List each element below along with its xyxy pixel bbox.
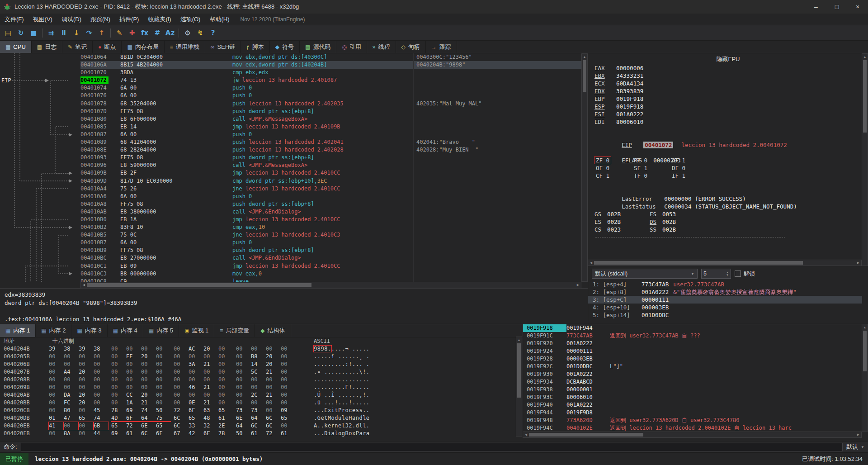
command-profile-dropdown[interactable]: 默认 ▼ <box>846 443 864 451</box>
step-over-icon[interactable]: ↷ <box>83 27 95 39</box>
disasm-row[interactable]: 0040108968 41204000push leccion 13 hardc… <box>80 138 588 146</box>
pause-icon[interactable]: Ⅱ <box>57 27 70 39</box>
tab-符号[interactable]: ◆符号 <box>270 41 300 53</box>
scroll-up-icon[interactable]: ▲ <box>862 324 868 330</box>
menu-item-收藏夹(I)[interactable]: 收藏夹(I) <box>143 15 175 24</box>
dump-tab-内存 3[interactable]: ▦内存 3 <box>71 324 107 337</box>
scroll-right-icon[interactable]: ▶ <box>855 432 861 437</box>
dump-tab-监视 1[interactable]: ◉监视 1 <box>179 324 214 337</box>
disasm-row[interactable]: 004010766A 00push 0 <box>80 92 588 100</box>
dump-tab-内存 5[interactable]: ▦内存 5 <box>143 324 179 337</box>
disasm-row[interactable]: 004010B575 0Cjne leccion 13 hardcoded 2.… <box>80 231 588 239</box>
arg-row[interactable]: 1: [esp+4]773C47ABuser32.773C47AB <box>588 280 862 288</box>
edit-icon[interactable]: ✎ <box>113 27 126 39</box>
scroll-left-icon[interactable]: ◀ <box>523 432 529 437</box>
scroll-track[interactable] <box>87 282 575 288</box>
dump-tab-局部变量[interactable]: ≡局部变量 <box>214 324 255 337</box>
dump-row[interactable]: 0040208B00000000000000000000000000000000… <box>0 376 523 384</box>
scroll-thumb[interactable] <box>517 343 521 398</box>
disasm-row[interactable]: 004010703BDAcmp ebx,edx <box>80 69 588 76</box>
tab-SEH链[interactable]: ∞SEH链 <box>205 41 241 53</box>
scroll-left-icon[interactable]: ◀ <box>588 260 594 266</box>
dump-row[interactable]: 004020AB00DA200000CC200000000000002C2100… <box>0 391 523 399</box>
disasm-row[interactable]: 004010BCE8 27000000call <JMP.&EndDialog> <box>80 254 588 262</box>
disasm-row[interactable]: 0040108E68 28204000push leccion 13 hardc… <box>80 146 588 154</box>
scroll-thumb[interactable] <box>863 60 867 133</box>
disasm-row[interactable]: 004010C1EB 09jmp leccion 13 hardcoded 2.… <box>80 262 588 270</box>
open-file-icon[interactable]: ▤ <box>2 27 14 39</box>
arg-row[interactable]: 4: [esp+10]000003EB <box>588 304 862 311</box>
scroll-right-icon[interactable]: ▶ <box>855 260 861 266</box>
stack-row[interactable]: 0019F93C80006010 <box>523 394 862 401</box>
stop-icon[interactable]: ■ <box>27 27 40 39</box>
arg-row[interactable]: 2: [esp+8]001A0222&"雀翦奠慕奢翕畲奥婪奥授宣萑窊奬裔豢奥樊韡… <box>588 288 862 296</box>
hash-icon[interactable]: # <box>151 27 164 39</box>
menu-item-插件(P)[interactable]: 插件(P) <box>115 15 143 24</box>
menu-item-帮助(H)[interactable]: 帮助(H) <box>205 15 234 24</box>
scroll-track[interactable] <box>529 432 855 437</box>
segment-SS[interactable]: SS002B <box>650 226 705 233</box>
stack-pane[interactable]: 0019F9180019F9440019F91C773C47AB返回到 user… <box>523 324 862 432</box>
disasm-row[interactable]: 004010A8FF75 08push dword ptr ss:[ebp+8] <box>80 200 588 208</box>
scroll-right-icon[interactable]: ▶ <box>575 282 581 288</box>
register-row[interactable]: EBX34333231 <box>594 72 868 80</box>
dump-row[interactable]: 0040206B0000000000000000003A210000142000… <box>0 361 523 368</box>
flag-ZF[interactable]: ZF 0 <box>594 157 632 164</box>
disasm-row[interactable]: 0040107DFF75 08push dword ptr ss:[ebp+8] <box>80 108 588 115</box>
step-into-icon[interactable]: ↓ <box>70 27 83 39</box>
disasm-horizontal-scrollbar[interactable]: ◀ ▶ <box>80 282 581 288</box>
register-row[interactable]: ECX60DA4134 <box>594 80 868 87</box>
dump-vertical-scrollbar[interactable]: ▲ <box>516 337 522 437</box>
disasm-row[interactable]: 004010746A 00push 0 <box>80 84 588 92</box>
dump-row[interactable]: 004020EB4100006B65726E656C33322E646C6C00… <box>0 422 523 430</box>
command-input[interactable] <box>21 443 843 451</box>
scroll-thumb[interactable] <box>529 433 643 437</box>
dump-tab-内存 1[interactable]: ▦内存 1 <box>0 324 36 337</box>
spinner-arrows-icon[interactable]: ▲▼ <box>726 271 729 276</box>
run-icon[interactable]: ⇉ <box>45 27 57 39</box>
hide-fpu-button[interactable]: 隐藏FPU <box>588 54 868 64</box>
flag-AF[interactable]: AF 1 <box>670 157 708 164</box>
stack-row[interactable]: 0019F9440019F9D8 <box>523 409 862 417</box>
unlock-checkbox[interactable] <box>735 270 741 277</box>
lightning-icon[interactable]: ↯ <box>194 27 207 39</box>
unlock-checkbox-group[interactable]: 解锁 <box>735 270 755 278</box>
tab-脚本[interactable]: ƒ脚本 <box>241 41 270 53</box>
arg-row[interactable]: 3: [esp+C]00000111 <box>588 296 862 304</box>
segment-FS[interactable]: FS0053 <box>650 210 705 218</box>
tab-线程[interactable]: »线程 <box>367 41 396 53</box>
dump-row[interactable]: 004020DB014765744D6F64756C6548616E646C65… <box>0 414 523 422</box>
disasm-row[interactable]: 004010B9FF75 08push dword ptr ss:[ebp+8] <box>80 247 588 254</box>
segment-DS[interactable]: DS002B <box>650 218 705 226</box>
tab-内存布局[interactable]: ▦内存布局 <box>122 41 164 53</box>
dump-row[interactable]: 004020CB0080004578697450726F636573730009… <box>0 407 523 414</box>
eip-row[interactable]: EIP00401072leccion 13 hardcoded 2.004010… <box>594 133 868 141</box>
stack-row[interactable]: 0019F920001A0222 <box>523 340 862 347</box>
disasm-row[interactable]: 004010ABE8 38000000call <JMP.&EndDialog> <box>80 208 588 216</box>
flag-TF[interactable]: TF 0 <box>632 172 670 180</box>
stack-row[interactable]: 0019F930001A0222 <box>523 370 862 378</box>
maximize-button[interactable]: □ <box>826 0 847 14</box>
register-row[interactable]: EDI80006010 <box>594 118 868 126</box>
stack-row[interactable]: 0019F91C773C47AB返回到 user32.773C47AB 自 ??… <box>523 332 862 340</box>
stack-row[interactable]: 0019F9180019F944 <box>523 324 862 332</box>
tab-日志[interactable]: ▤日志 <box>32 41 62 53</box>
disasm-row[interactable]: 004010B283F8 10cmp eax,10 <box>80 223 588 231</box>
tab-句柄[interactable]: ◇句柄 <box>396 41 426 53</box>
register-row[interactable]: EBP0019F918 <box>594 95 868 103</box>
dump-row[interactable]: 004020FB008A004469616C6F67426F7850617261… <box>0 430 523 437</box>
dump-row[interactable]: 0040205B0000000000EE20000000000000B82000… <box>0 353 523 361</box>
disasm-row[interactable]: 00401080E8 6F000000call <JMP.&MessageBox… <box>80 115 588 123</box>
stack-row[interactable]: 0019F92400000111 <box>523 347 862 355</box>
arg-row[interactable]: 5: [esp+14]001D0DBC <box>588 311 862 319</box>
flag-IF[interactable]: IF 1 <box>670 172 708 180</box>
flag-OF[interactable]: OF 0 <box>594 164 632 172</box>
scroll-track[interactable] <box>594 260 855 266</box>
memory-dump-pane[interactable]: ▦内存 1▦内存 2▦内存 3▦内存 4▦内存 5◉监视 1≡局部变量◆结构体 … <box>0 324 523 441</box>
tab-调用堆栈[interactable]: ≡调用堆栈 <box>165 41 205 53</box>
stack-row[interactable]: 0019F948773A620D返回到 user32.773A620D 自 us… <box>523 417 862 424</box>
flag-CF[interactable]: CF 1 <box>594 172 632 180</box>
tab-跟踪[interactable]: →跟踪 <box>426 41 457 53</box>
tab-源代码[interactable]: ▤源代码 <box>300 41 336 53</box>
segment-CS[interactable]: CS0023 <box>594 226 650 233</box>
